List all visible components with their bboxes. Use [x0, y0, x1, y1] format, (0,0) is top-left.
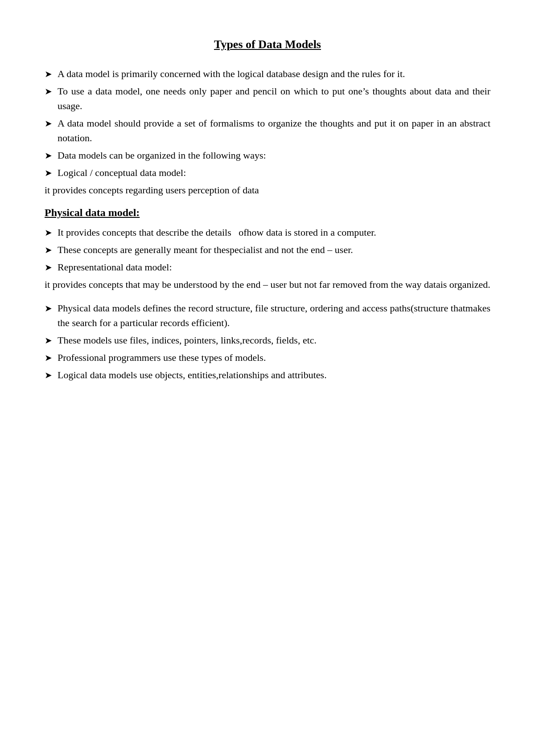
bullet-text-12: Logical data models use objects, entitie…	[58, 368, 490, 382]
continuation-1: it provides concepts regarding users per…	[45, 183, 490, 197]
bullet-item-6: ➤ It provides concepts that describe the…	[45, 225, 490, 240]
bullet-arrow-9: ➤	[45, 302, 52, 315]
bullet-arrow-12: ➤	[45, 368, 52, 382]
bullet-text-1: A data model is primarily concerned with…	[58, 66, 490, 81]
bullet-item-9: ➤ Physical data models defines the recor…	[45, 301, 490, 330]
bullet-text-9: Physical data models defines the record …	[58, 301, 490, 330]
bullet-arrow-11: ➤	[45, 351, 52, 364]
continuation-2: it provides concepts that may be underst…	[45, 277, 490, 292]
bullet-item-12: ➤ Logical data models use objects, entit…	[45, 368, 490, 382]
bullet-text-3: A data model should provide a set of for…	[58, 116, 490, 145]
bullet-text-6: It provides concepts that describe the d…	[58, 225, 490, 240]
bullet-item-7: ➤ These concepts are generally meant for…	[45, 242, 490, 257]
bullet-item-2: ➤ To use a data model, one needs only pa…	[45, 84, 490, 113]
bullet-item-3: ➤ A data model should provide a set of f…	[45, 116, 490, 145]
bullet-text-5: Logical / conceptual data model:	[58, 165, 490, 180]
bullet-item: ➤ A data model is primarily concerned wi…	[45, 66, 490, 81]
bullet-arrow-3: ➤	[45, 117, 52, 130]
bullet-arrow-1: ➤	[45, 67, 52, 81]
bullet-arrow-4: ➤	[45, 149, 52, 162]
bullet-text-8: Representational data model:	[58, 260, 490, 274]
section-heading-physical: Physical data model:	[45, 204, 490, 221]
bullet-item-5: ➤ Logical / conceptual data model:	[45, 165, 490, 180]
bullet-arrow-5: ➤	[45, 166, 52, 180]
spacer-1	[45, 294, 490, 301]
bullet-item-10: ➤ These models use files, indices, point…	[45, 333, 490, 347]
bullet-text-7: These concepts are generally meant for t…	[58, 242, 490, 257]
bullet-text-2: To use a data model, one needs only pape…	[58, 84, 490, 113]
bullet-text-4: Data models can be organized in the foll…	[58, 148, 490, 163]
bullet-arrow-8: ➤	[45, 261, 52, 274]
page-title: Types of Data Models	[45, 36, 490, 53]
bullet-arrow-7: ➤	[45, 243, 52, 257]
bullet-arrow-6: ➤	[45, 226, 52, 239]
content-area: ➤ A data model is primarily concerned wi…	[45, 66, 490, 382]
bullet-text-11: Professional programmers use these types…	[58, 350, 490, 365]
bullet-item-11: ➤ Professional programmers use these typ…	[45, 350, 490, 365]
bullet-item-8: ➤ Representational data model:	[45, 260, 490, 274]
bullet-arrow-2: ➤	[45, 85, 52, 98]
bullet-arrow-10: ➤	[45, 334, 52, 347]
bullet-text-10: These models use files, indices, pointer…	[58, 333, 490, 347]
bullet-item-4: ➤ Data models can be organized in the fo…	[45, 148, 490, 163]
